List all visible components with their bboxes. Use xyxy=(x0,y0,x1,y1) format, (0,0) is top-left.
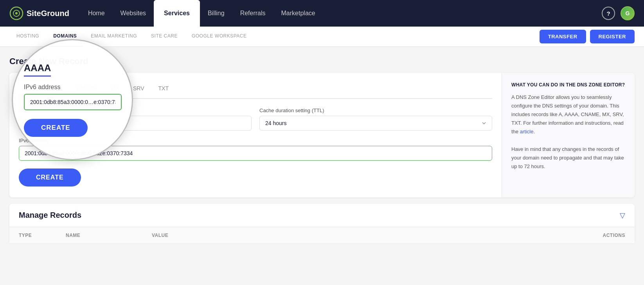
cache-select[interactable]: 5 minutes 30 minutes 1 hour 4 hours 12 h… xyxy=(259,116,492,131)
avatar-icon: G xyxy=(626,10,630,16)
sub-nav-item-hosting[interactable]: HOSTING xyxy=(9,27,46,47)
table-header-row: Type Name Value Actions xyxy=(9,227,635,244)
create-button[interactable]: CREATE xyxy=(19,168,81,186)
info-text-3: Have in mind that any changes in the rec… xyxy=(511,146,624,169)
dns-info-panel: WHAT YOU CAN DO IN THE DNS ZONE EDITOR? … xyxy=(502,73,635,197)
tab-txt[interactable]: TXT xyxy=(151,81,176,99)
nav-item-home[interactable]: Home xyxy=(80,0,113,27)
magnifier-tab-label: AAAA xyxy=(24,63,51,77)
magnifier-overlay: AAAA IPv6 address CREATE xyxy=(12,39,133,160)
logo-area[interactable]: SiteGround xyxy=(9,6,69,20)
nav-items: Home Websites Services Billing Referrals… xyxy=(80,0,599,27)
cache-group: Cache duration setting (TTL) 5 minutes 3… xyxy=(259,108,492,131)
register-button[interactable]: REGISTER xyxy=(590,30,635,43)
transfer-button[interactable]: TRANSFER xyxy=(540,30,586,43)
info-text-dot: . xyxy=(533,129,535,134)
nav-item-marketplace[interactable]: Marketplace xyxy=(273,0,323,27)
info-body: A DNS Zone Editor allows you to seamless… xyxy=(511,93,625,171)
manage-records-header: Manage Records ▽ xyxy=(9,204,635,227)
logo-text: SiteGround xyxy=(27,9,69,18)
table-header-name: Name xyxy=(66,233,152,238)
sub-nav-item-google-workspace[interactable]: GOOGLE WORKSPACE xyxy=(185,27,254,47)
table-header-value: Value xyxy=(152,233,570,238)
nav-item-websites[interactable]: Websites xyxy=(113,0,154,27)
manage-records-title: Manage Records xyxy=(19,211,81,220)
sub-nav-item-site-care[interactable]: SITE CARE xyxy=(144,27,185,47)
info-title: WHAT YOU CAN DO IN THE DNS ZONE EDITOR? xyxy=(511,82,625,88)
table-header-actions: Actions xyxy=(570,233,625,238)
svg-point-2 xyxy=(15,12,18,14)
filter-icon[interactable]: ▽ xyxy=(620,211,625,220)
info-article-link[interactable]: article xyxy=(520,129,534,134)
siteground-logo-icon xyxy=(9,6,23,20)
nav-item-referrals[interactable]: Referrals xyxy=(232,0,273,27)
sub-nav-actions: TRANSFER REGISTER xyxy=(540,30,635,43)
table-header-type: Type xyxy=(19,233,66,238)
help-button[interactable]: ? xyxy=(602,7,615,20)
question-icon: ? xyxy=(606,10,610,17)
cache-label: Cache duration setting (TTL) xyxy=(259,108,492,113)
magnifier-create-button[interactable]: CREATE xyxy=(24,119,88,137)
magnifier-ipv6-input[interactable] xyxy=(24,94,122,110)
main-content: Create New Record A AAAA CNAME MX SRV TX… xyxy=(0,47,644,244)
nav-item-services[interactable]: Services xyxy=(154,0,200,27)
magnifier-field-label: IPv6 address xyxy=(24,84,60,91)
user-avatar[interactable]: G xyxy=(621,6,635,20)
nav-item-billing[interactable]: Billing xyxy=(200,0,232,27)
manage-records-section: Manage Records ▽ Type Name Value Actions xyxy=(9,204,635,244)
top-nav: SiteGround Home Websites Services Billin… xyxy=(0,0,644,27)
nav-right: ? G xyxy=(602,6,635,20)
